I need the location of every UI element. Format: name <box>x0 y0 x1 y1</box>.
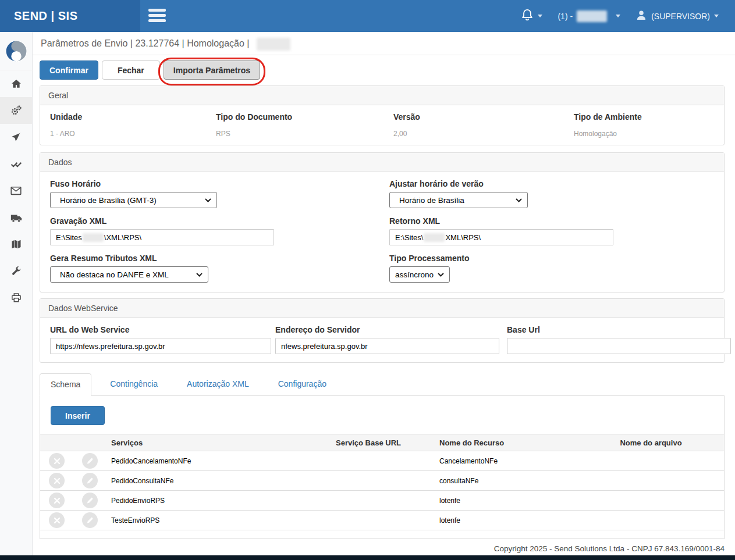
printer-icon <box>11 293 22 303</box>
chevron-down-icon <box>205 198 211 202</box>
cell-arquivo <box>578 451 724 471</box>
endereco-servidor-input[interactable] <box>275 338 499 354</box>
sidebar-item-settings[interactable] <box>0 97 32 124</box>
label-fuso-horario: Fuso Horário <box>50 179 389 188</box>
gera-resumo-value: Não destaca no DANFE e XML <box>60 270 169 279</box>
panel-dados-title: Dados <box>40 153 724 172</box>
redacted-path-segment <box>424 233 445 242</box>
chevron-down-icon <box>196 273 203 277</box>
company-prefix: (1) - <box>558 12 573 21</box>
edit-row-button[interactable] <box>82 493 98 508</box>
panel-webservice: Dados WebService URL do Web Service Ende… <box>40 298 725 363</box>
edit-row-button[interactable] <box>82 512 98 528</box>
sidebar-item-print[interactable] <box>0 284 32 311</box>
tab-contingencia[interactable]: Contingência <box>100 373 168 395</box>
sidebar-item-send[interactable] <box>0 124 32 151</box>
sidebar-item-map[interactable] <box>0 231 32 258</box>
delete-row-button[interactable] <box>49 453 65 469</box>
label-base-url: Base Url <box>507 325 731 334</box>
gera-resumo-select[interactable]: Não destaca no DANFE e XML <box>50 266 208 283</box>
edit-row-button[interactable] <box>82 473 98 488</box>
value-tipo-ambiente: Homologação <box>574 130 714 138</box>
top-navbar: SEND | SIS (1) - (SUPERVISOR <box>0 0 735 32</box>
x-icon <box>54 497 61 504</box>
cell-arquivo <box>578 511 724 530</box>
x-icon <box>54 517 61 524</box>
value-unidade: 1 - ARO <box>50 130 216 138</box>
ajustar-verao-select[interactable]: Horário de Brasília <box>389 192 528 208</box>
tab-autorizacao-xml[interactable]: Autorização XML <box>176 373 260 395</box>
label-retorno-xml: Retorno XML <box>389 216 714 226</box>
sidebar-item-shipping[interactable] <box>0 204 32 231</box>
map-icon <box>11 239 22 249</box>
import-parameters-button[interactable]: Importa Parâmetros <box>164 60 260 80</box>
notifications-menu[interactable] <box>521 8 542 24</box>
gravacao-xml-input[interactable]: E:\Sites \XML\RPS\ <box>50 229 274 245</box>
tipo-processamento-select[interactable]: assíncrono <box>389 266 450 283</box>
main-content: Parâmetros de Envio | 23.127764 | Homolo… <box>33 32 735 555</box>
cell-base-url <box>299 511 438 530</box>
retorno-xml-input[interactable]: E:\Sites\ XML\RPS\ <box>389 229 613 245</box>
label-versao: Versão <box>393 112 574 122</box>
truck-icon <box>10 213 22 223</box>
sidebar-item-tools[interactable] <box>0 258 32 284</box>
confirm-button[interactable]: Confirmar <box>40 60 98 80</box>
pencil-icon <box>86 497 94 504</box>
delete-row-button[interactable] <box>49 493 65 508</box>
gears-icon <box>10 105 22 116</box>
table-header-row: Serviços Serviço Base URL Nome do Recurs… <box>40 434 724 451</box>
insert-button[interactable]: Inserir <box>51 406 105 425</box>
double-check-icon <box>10 159 22 169</box>
cell-base-url <box>299 491 438 511</box>
panel-geral-title: Geral <box>40 86 724 105</box>
delete-row-button[interactable] <box>49 473 65 488</box>
retorno-xml-suffix: XML\RPS\ <box>445 233 481 242</box>
copyright-footer: Copyright 2025 - Send Solutions Ltda - C… <box>33 539 735 553</box>
fuso-horario-select[interactable]: Horário de Brasília (GMT-3) <box>50 192 217 208</box>
cell-base-url <box>299 471 438 491</box>
ajustar-verao-value: Horário de Brasília <box>399 196 464 205</box>
url-webservice-input[interactable] <box>50 338 271 354</box>
bottom-bar <box>0 555 735 560</box>
envelope-icon <box>10 186 22 195</box>
header-delete-col <box>40 434 73 451</box>
cell-servico: PedidoEnvioRPS <box>106 491 299 511</box>
label-url-webservice: URL do Web Service <box>50 325 275 334</box>
sidebar-item-messages[interactable] <box>0 177 32 204</box>
toolbar: Confirmar Fechar Importa Parâmetros <box>33 55 735 80</box>
x-icon <box>54 458 61 465</box>
company-selector[interactable]: (1) - <box>558 10 620 22</box>
app-logo <box>0 32 33 70</box>
table-row: TesteEnvioRPS lotenfe <box>40 511 724 530</box>
tab-schema[interactable]: Schema <box>40 373 91 396</box>
cell-arquivo <box>578 471 724 491</box>
tab-configuracao[interactable]: Configuração <box>268 373 337 395</box>
header-edit-col <box>73 434 106 451</box>
cell-recurso: lotenfe <box>438 491 578 511</box>
user-menu[interactable]: (SUPERVISOR) <box>635 9 719 23</box>
chevron-down-icon <box>538 15 542 17</box>
hamburger-menu-icon[interactable] <box>148 9 166 23</box>
cell-servico: PedidoCancelamentoNFe <box>106 451 299 471</box>
fuso-horario-value: Horário de Brasília (GMT-3) <box>60 196 157 205</box>
label-tipo-processamento: Tipo Processamento <box>389 254 714 263</box>
cell-base-url <box>299 451 438 471</box>
close-button[interactable]: Fechar <box>102 60 160 80</box>
chevron-down-icon <box>438 273 444 277</box>
base-url-input[interactable] <box>507 338 731 354</box>
bell-icon <box>521 8 534 24</box>
cell-arquivo <box>578 491 724 511</box>
sidebar-item-tasks[interactable] <box>0 151 32 177</box>
delete-row-button[interactable] <box>49 512 65 528</box>
tipo-processamento-value: assíncrono <box>395 270 434 279</box>
retorno-xml-prefix: E:\Sites\ <box>395 233 423 242</box>
table-row: PedidoCancelamentoNFe CancelamentoNFe <box>40 451 724 471</box>
sidebar-item-home[interactable] <box>0 70 32 97</box>
table-row: PedidoConsultaNFe consultaNFe <box>40 471 724 491</box>
schema-tab-panel: Inserir Serviços Serviço Base URL Nome d… <box>40 395 725 539</box>
pencil-icon <box>86 477 94 484</box>
gravacao-xml-suffix: \XML\RPS\ <box>104 233 141 242</box>
header-nome-arquivo: Nome do arquivo <box>578 434 724 451</box>
user-label: (SUPERVISOR) <box>651 12 710 21</box>
edit-row-button[interactable] <box>82 453 98 469</box>
